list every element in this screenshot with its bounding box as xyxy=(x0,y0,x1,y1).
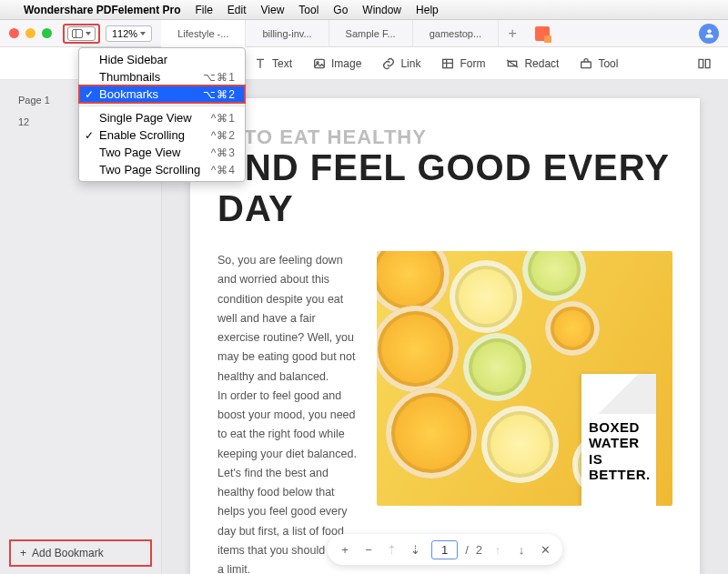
tool-text[interactable]: Text xyxy=(244,53,301,75)
doc-heading: AND FEEL GOOD EVERY DAY xyxy=(217,147,672,229)
image-icon xyxy=(312,56,327,71)
sidebar-view-menu: Hide Sidebar Thumbnails⌥⌘1 Bookmarks⌥⌘2 … xyxy=(78,47,246,182)
minimize-window-button[interactable] xyxy=(25,28,35,38)
pdf-page: W TO EAT HEALTHY AND FEEL GOOD EVERY DAY… xyxy=(190,98,700,574)
add-bookmark-button[interactable]: + Add Bookmark xyxy=(9,539,152,567)
tool-reader-view[interactable] xyxy=(688,53,721,75)
traffic-lights xyxy=(9,28,52,38)
tab-billing[interactable]: billing-inv... xyxy=(246,20,329,46)
menu-view[interactable]: View xyxy=(261,4,285,16)
carton-text: BOXED WATER IS BETTER. xyxy=(589,419,649,482)
text-icon xyxy=(253,56,268,71)
menu-hide-sidebar[interactable]: Hide Sidebar xyxy=(79,51,245,68)
document-tabs: Lifestyle -... billing-inv... Sample F..… xyxy=(161,20,526,46)
tab-lifestyle[interactable]: Lifestyle -... xyxy=(161,20,246,47)
menu-enable-scrolling[interactable]: Enable Scrolling^⌘2 xyxy=(79,126,245,144)
zoom-out-button[interactable]: − xyxy=(360,543,377,557)
zoom-select[interactable]: 112% xyxy=(106,25,152,42)
menu-window[interactable]: Window xyxy=(362,4,401,16)
menu-bookmarks[interactable]: Bookmarks⌥⌘2 xyxy=(79,86,245,103)
new-tab-button[interactable]: + xyxy=(499,20,526,46)
book-open-icon xyxy=(697,56,712,71)
menu-help[interactable]: Help xyxy=(416,4,439,16)
form-icon xyxy=(440,56,455,71)
macos-menubar: Wondershare PDFelement Pro File Edit Vie… xyxy=(0,0,728,20)
plus-icon: + xyxy=(20,547,26,559)
zoom-window-button[interactable] xyxy=(42,28,52,38)
menu-file[interactable]: File xyxy=(196,4,213,16)
tool-toolbox[interactable]: Tool xyxy=(570,53,627,75)
sidebar-view-dropdown-highlight xyxy=(63,24,100,44)
redact-icon xyxy=(505,56,520,71)
close-window-button[interactable] xyxy=(9,28,19,38)
document-viewport[interactable]: W TO EAT HEALTHY AND FEEL GOOD EVERY DAY… xyxy=(162,80,728,574)
link-icon xyxy=(381,56,396,71)
menu-thumbnails[interactable]: Thumbnails⌥⌘1 xyxy=(79,68,245,86)
tool-redact[interactable]: Redact xyxy=(496,53,568,75)
tool-image[interactable]: Image xyxy=(303,53,370,75)
zoom-in-button[interactable]: + xyxy=(337,543,353,557)
app-grid-icon[interactable] xyxy=(535,26,550,41)
svg-rect-5 xyxy=(581,62,592,68)
chevron-down-icon xyxy=(86,32,91,35)
app-name[interactable]: Wondershare PDFelement Pro xyxy=(24,4,181,16)
page-separator: / xyxy=(465,543,469,557)
menu-tool[interactable]: Tool xyxy=(298,4,318,16)
doc-subheading: W TO EAT HEALTHY xyxy=(217,126,672,149)
page-navigator: + − ⇡ ⇣ 1 / 2 ↑ ↓ ✕ xyxy=(328,534,562,565)
current-page-input[interactable]: 1 xyxy=(431,540,458,559)
svg-rect-1 xyxy=(315,59,325,67)
menu-single-page[interactable]: Single Page View^⌘1 xyxy=(79,109,245,126)
doc-hero-image: BOXED WATER IS BETTER. xyxy=(377,251,672,506)
carton-graphic: BOXED WATER IS BETTER. xyxy=(581,374,656,506)
prev-page-button[interactable]: ↑ xyxy=(490,543,506,557)
person-icon xyxy=(703,27,715,39)
menu-two-page-scrolling[interactable]: Two Page Scrolling^⌘4 xyxy=(79,161,245,178)
menu-go[interactable]: Go xyxy=(333,4,348,16)
sidebar-view-dropdown[interactable] xyxy=(67,26,96,41)
sidebar-icon xyxy=(72,29,83,38)
zoom-value: 112% xyxy=(112,28,137,39)
total-pages: 2 xyxy=(476,543,482,557)
last-page-button[interactable]: ⇣ xyxy=(408,543,424,557)
menu-two-page[interactable]: Two Page View^⌘3 xyxy=(79,144,245,161)
next-page-button[interactable]: ↓ xyxy=(513,543,530,557)
tool-link[interactable]: Link xyxy=(372,53,430,75)
chevron-down-icon xyxy=(140,32,146,35)
tab-sample[interactable]: Sample F... xyxy=(329,20,413,46)
toolbox-icon xyxy=(579,56,593,71)
user-avatar[interactable] xyxy=(699,24,719,44)
tab-gamestop[interactable]: gamestop... xyxy=(413,20,499,46)
menu-separator xyxy=(79,106,245,106)
tool-form[interactable]: Form xyxy=(431,53,494,75)
window-titlebar: 112% Lifestyle -... billing-inv... Sampl… xyxy=(0,20,728,47)
svg-point-0 xyxy=(707,29,711,33)
first-page-button[interactable]: ⇡ xyxy=(384,543,400,557)
menu-edit[interactable]: Edit xyxy=(228,4,247,16)
close-pager-button[interactable]: ✕ xyxy=(537,543,553,557)
doc-body-text: So, you are feeling down and worried abo… xyxy=(217,251,359,574)
